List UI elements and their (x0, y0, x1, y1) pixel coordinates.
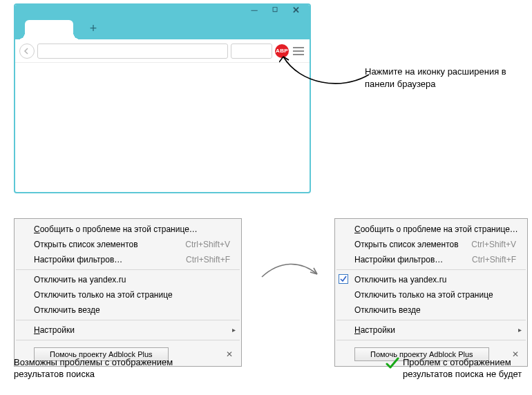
titlebar: ─ ☐ ✕ + (15, 5, 310, 39)
transition-arrow-icon (259, 256, 321, 287)
menu-icon[interactable] (292, 44, 305, 58)
close-window-button[interactable]: ✕ (286, 5, 305, 15)
menu-open-element-list[interactable]: Открыть список элементов Ctrl+Shift+V (15, 237, 241, 252)
maximize-button[interactable]: ☐ (265, 5, 285, 15)
search-bar[interactable] (231, 44, 272, 59)
menu-separator (16, 320, 240, 320)
url-bar[interactable] (37, 44, 228, 59)
menu-disable-on-page[interactable]: Отключить только на этой странице (335, 287, 527, 302)
menu-accel-letter: Н (354, 325, 361, 335)
menu-shortcut: Ctrl+Shift+V (185, 237, 230, 252)
menu-label: Отключить на yandex.ru (34, 275, 126, 285)
menu-open-element-list[interactable]: Открыть список элементов Ctrl+Shift+V (335, 237, 527, 252)
menu-label: Настройки фильтров… (34, 255, 122, 264)
menu-separator (16, 269, 240, 270)
caption-success: Проблем с отображением результатов поиск… (403, 357, 527, 380)
back-button[interactable] (19, 44, 35, 59)
success-check-icon (386, 356, 399, 370)
menu-label: Отключить только на этой странице (354, 290, 493, 300)
menu-label-rest: астройки (361, 325, 395, 335)
menu-report-problem[interactable]: Сообщить о проблеме на этой странице… (15, 222, 241, 237)
menu-separator (16, 340, 240, 340)
browser-window: ─ ☐ ✕ + ABP (14, 3, 311, 193)
menu-label: Отключить везде (34, 305, 100, 315)
menu-accel-letter: Н (34, 325, 40, 335)
menu-label: Настройки фильтров… (354, 255, 443, 264)
menu-label: Отключить везде (354, 305, 421, 315)
menu-separator (336, 269, 526, 270)
active-tab[interactable] (25, 20, 73, 39)
menu-disable-on-site[interactable]: Отключить на yandex.ru (15, 272, 241, 287)
abp-menu-after: Сообщить о проблеме на этой странице… От… (334, 218, 528, 367)
submenu-arrow-icon: ▸ (232, 322, 236, 338)
menu-label-rest: ообщить о проблеме на этой странице… (40, 224, 198, 234)
menu-accel-letter: С (34, 224, 40, 234)
menu-shortcut: Ctrl+Shift+V (471, 237, 516, 252)
browser-toolbar: ABP (15, 39, 310, 63)
minimize-button[interactable]: ─ (245, 5, 264, 15)
caption-problem: Возможны проблемы с отображением результ… (14, 357, 207, 380)
new-tab-button[interactable]: + (87, 23, 99, 35)
menu-disable-everywhere[interactable]: Отключить везде (335, 302, 527, 318)
menu-shortcut: Ctrl+Shift+F (186, 252, 230, 267)
menu-disable-everywhere[interactable]: Отключить везде (15, 302, 241, 318)
menu-disable-on-site[interactable]: Отключить на yandex.ru (335, 272, 527, 287)
abp-extension-icon[interactable]: ABP (275, 44, 289, 58)
checkbox-checked-icon (339, 274, 348, 284)
menu-label-rest: астройки (40, 325, 75, 335)
close-icon[interactable]: ✕ (226, 349, 233, 359)
menu-settings[interactable]: Настройки ▸ (15, 322, 241, 338)
menu-filter-settings[interactable]: Настройки фильтров… Ctrl+Shift+F (15, 252, 241, 267)
menu-report-problem[interactable]: Сообщить о проблеме на этой странице… (335, 222, 527, 237)
menu-label-rest: ообщить о проблеме на этой странице… (361, 224, 518, 234)
menu-disable-on-page[interactable]: Отключить только на этой странице (15, 287, 241, 302)
menu-separator (336, 340, 526, 340)
submenu-arrow-icon: ▸ (518, 322, 522, 338)
menu-separator (336, 320, 526, 320)
menu-label: Открыть список элементов (34, 240, 138, 249)
window-controls: ─ ☐ ✕ (245, 5, 305, 15)
menu-label: Открыть список элементов (354, 240, 459, 249)
menu-settings[interactable]: Настройки ▸ (335, 322, 527, 338)
menu-shortcut: Ctrl+Shift+F (472, 252, 516, 267)
menu-label: Отключить на yandex.ru (354, 275, 446, 285)
abp-menu-before: Сообщить о проблеме на этой странице… От… (14, 218, 242, 367)
menu-filter-settings[interactable]: Настройки фильтров… Ctrl+Shift+F (335, 252, 527, 267)
menu-label: Отключить только на этой странице (34, 290, 173, 300)
menu-accel-letter: С (354, 224, 361, 234)
instruction-callout: Нажмите на иконку расширения в панели бр… (365, 66, 520, 90)
